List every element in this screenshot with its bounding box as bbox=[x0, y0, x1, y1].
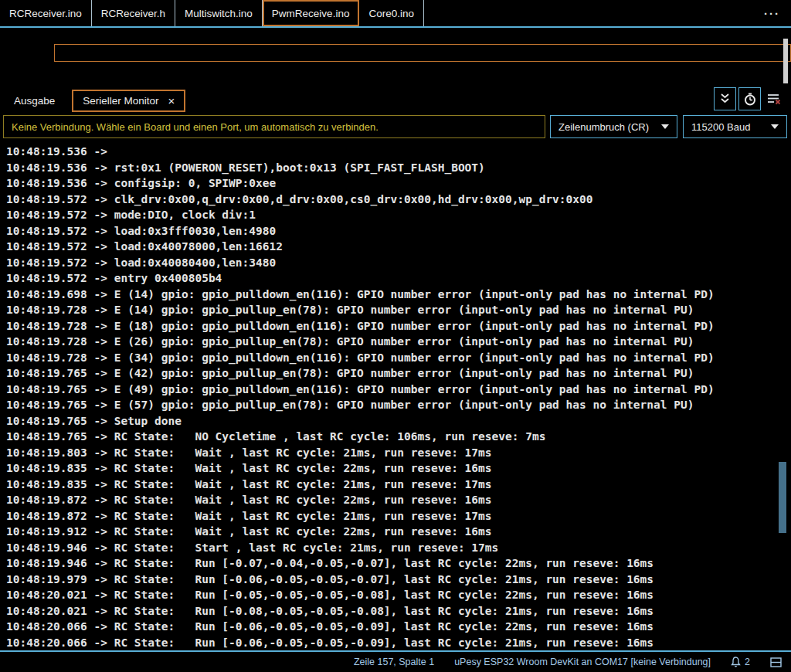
serial-line: 10:48:19.835 -> RC State: Wait , last RC… bbox=[6, 460, 791, 477]
panel-layout-icon bbox=[770, 657, 782, 667]
code-line: 156 //#define DEBUG_RMT 1 // debuging fl… bbox=[0, 29, 791, 46]
serial-line: 10:48:19.835 -> RC State: Wait , last RC… bbox=[6, 477, 791, 493]
serial-line: 10:48:19.572 -> mode:DIO, clock div:1 bbox=[6, 207, 791, 223]
serial-line: 10:48:19.536 -> configsip: 0, SPIWP:0xee bbox=[6, 175, 791, 192]
serial-line: 10:48:20.021 -> RC State: Run [-0.05,-0.… bbox=[6, 587, 791, 603]
editor-tab-rcreceiver-h[interactable]: RCReceiver.h bbox=[92, 0, 175, 26]
serial-line: 10:48:19.572 -> load:0x40078000,len:1661… bbox=[6, 239, 791, 255]
board-port-info[interactable]: uPesy ESP32 Wroom DevKit an COM17 [keine… bbox=[454, 657, 711, 667]
panel-tab-output[interactable]: Ausgabe bbox=[8, 90, 61, 111]
panel-tab-serial-monitor[interactable]: Serieller Monitor × bbox=[72, 90, 185, 112]
editor-tab-pwmreceive-ino[interactable]: PwmReceive.ino bbox=[263, 0, 360, 26]
panel-toolbar-icons bbox=[714, 87, 785, 110]
line-ending-value: Zeilenumbruch (CR) bbox=[558, 121, 649, 133]
code-editor[interactable]: 156 //#define DEBUG_RMT 1 // debuging fl… bbox=[0, 28, 791, 85]
serial-message-input[interactable] bbox=[3, 115, 545, 138]
tab-label: PwmReceive.ino bbox=[272, 8, 350, 19]
tab-label: Core0.ino bbox=[368, 8, 414, 19]
clear-output-icon bbox=[767, 93, 781, 105]
serial-line: 10:48:20.066 -> RC State: Run [-0.06,-0.… bbox=[6, 619, 791, 635]
notifications-button[interactable]: 2 bbox=[731, 657, 750, 667]
tab-label: RCReceiver.h bbox=[101, 8, 165, 19]
line-ending-dropdown[interactable]: Zeilenumbruch (CR) bbox=[550, 115, 677, 138]
panel-tab-label: Serieller Monitor bbox=[83, 95, 158, 107]
double-chevron-down-icon bbox=[719, 93, 731, 104]
serial-line: 10:48:19.872 -> RC State: Wait , last RC… bbox=[6, 492, 791, 508]
serial-line: 10:48:19.765 -> Setup done bbox=[6, 413, 791, 429]
bell-icon bbox=[731, 657, 741, 667]
baud-rate-dropdown[interactable]: 115200 Baud bbox=[683, 115, 787, 138]
toggle-panel-button[interactable] bbox=[770, 657, 782, 667]
serial-line: 10:48:19.728 -> E (14) gpio: gpio_pullup… bbox=[6, 302, 791, 318]
editor-tab-multiswitch-ino[interactable]: Multiswitch.ino bbox=[175, 0, 263, 26]
serial-line: 10:48:19.572 -> clk_drv:0x00,q_drv:0x00,… bbox=[6, 192, 791, 208]
serial-line: 10:48:19.979 -> RC State: Run [-0.06,-0.… bbox=[6, 572, 791, 588]
serial-line: 10:48:19.765 -> E (42) gpio: gpio_pullup… bbox=[6, 365, 791, 382]
toggle-timestamp-button[interactable] bbox=[738, 87, 761, 110]
scroll-to-bottom-button[interactable] bbox=[714, 87, 736, 110]
tab-label: Multiswitch.ino bbox=[185, 8, 253, 19]
serial-output-scrollbar[interactable] bbox=[779, 462, 786, 533]
serial-line: 10:48:19.803 -> RC State: Wait , last RC… bbox=[6, 445, 791, 461]
serial-line: 10:48:19.728 -> E (34) gpio: gpio_pulldo… bbox=[6, 350, 791, 366]
serial-output-log[interactable]: 10:48:19.536 -> 10:48:19.536 -> rst:0x1 … bbox=[0, 141, 791, 650]
serial-line: 10:48:19.728 -> E (18) gpio: gpio_pulldo… bbox=[6, 318, 791, 334]
serial-line: 10:48:19.572 -> load:0x40080400,len:3480 bbox=[6, 255, 791, 271]
serial-line: 10:48:19.946 -> RC State: Start , last R… bbox=[6, 540, 791, 556]
serial-line: 10:48:19.765 -> E (49) gpio: gpio_pulldo… bbox=[6, 382, 791, 398]
editor-tab-core0-ino[interactable]: Core0.ino bbox=[359, 0, 424, 26]
code-line: 159 //#define DEBUG_SCAT 1 // debuging f… bbox=[0, 78, 791, 85]
code-line: 158 //#define CHANNEL_DEBUG 1 // debugin… bbox=[0, 62, 791, 79]
code-line-active: 157 #define DEBUG_SM 1 // debuging flag … bbox=[0, 45, 791, 62]
serial-line: 10:48:19.536 -> bbox=[6, 144, 791, 160]
panel-tab-bar: Ausgabe Serieller Monitor × bbox=[0, 87, 791, 114]
serial-line: 10:48:19.946 -> RC State: Run [-0.07,-0.… bbox=[6, 555, 791, 572]
serial-line: 10:48:19.728 -> E (26) gpio: gpio_pullup… bbox=[6, 334, 791, 350]
editor-tab-bar: RCReceiver.ino RCReceiver.h Multiswitch.… bbox=[0, 0, 791, 28]
close-icon[interactable]: × bbox=[168, 95, 175, 107]
serial-line: 10:48:19.536 -> rst:0x1 (POWERON_RESET),… bbox=[6, 160, 791, 176]
arduino-ide-window: RCReceiver.ino RCReceiver.h Multiswitch.… bbox=[0, 0, 791, 672]
notification-count: 2 bbox=[745, 657, 750, 667]
serial-line: 10:48:20.066 -> RC State: Run [-0.06,-0.… bbox=[6, 635, 791, 651]
serial-monitor-toolbar: Zeilenumbruch (CR) 115200 Baud bbox=[0, 114, 791, 141]
tab-label: RCReceiver.ino bbox=[9, 8, 82, 19]
chevron-down-icon bbox=[771, 124, 779, 129]
cursor-position[interactable]: Zeile 157, Spalte 1 bbox=[354, 657, 434, 667]
serial-line: 10:48:19.872 -> RC State: Wait , last RC… bbox=[6, 508, 791, 524]
serial-line: 10:48:19.765 -> E (57) gpio: gpio_pullup… bbox=[6, 397, 791, 413]
serial-line: 10:48:19.912 -> RC State: Wait , last RC… bbox=[6, 524, 791, 540]
serial-line: 10:48:19.765 -> RC State: NO Cycletime ,… bbox=[6, 429, 791, 445]
serial-line: 10:48:19.572 -> entry 0x400805b4 bbox=[6, 270, 791, 287]
tab-overflow-menu-icon[interactable]: ··· bbox=[759, 0, 785, 26]
serial-line: 10:48:19.572 -> load:0x3fff0030,len:4980 bbox=[6, 223, 791, 239]
chevron-down-icon bbox=[661, 124, 669, 129]
editor-tab-rcreceiver-ino[interactable]: RCReceiver.ino bbox=[0, 0, 92, 26]
timestamp-clock-icon bbox=[744, 93, 756, 106]
baud-rate-value: 115200 Baud bbox=[691, 121, 750, 133]
clear-output-button[interactable] bbox=[763, 87, 785, 110]
editor-scrollbar[interactable] bbox=[783, 39, 788, 83]
serial-line: 10:48:20.021 -> RC State: Run [-0.08,-0.… bbox=[6, 603, 791, 619]
status-bar: Zeile 157, Spalte 1 uPesy ESP32 Wroom De… bbox=[0, 650, 791, 672]
serial-line: 10:48:19.698 -> E (14) gpio: gpio_pulldo… bbox=[6, 287, 791, 303]
